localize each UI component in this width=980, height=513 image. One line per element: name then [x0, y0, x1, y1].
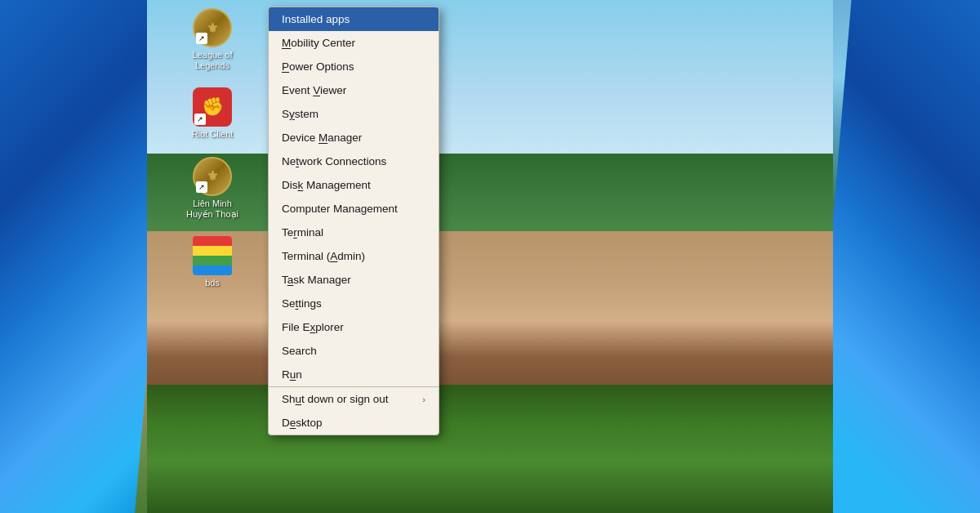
menu-item-event-viewer[interactable]: Event Viewer [269, 78, 439, 102]
menu-item-label-device-manager: Device Manager [282, 132, 362, 144]
menu-item-mobility-center[interactable]: Mobility Center [269, 31, 439, 55]
lol-shortcut-arrow: ↗ [196, 33, 207, 44]
bds-stripe-red [193, 236, 232, 246]
menu-item-disk-management[interactable]: Disk Management [269, 173, 439, 197]
desktop-icon-lien-minh[interactable]: ⚜ ↗ Liên MinhHuyền Thoại [184, 157, 241, 220]
league-of-legends-icon-img: ⚜ ↗ [193, 8, 232, 47]
desktop: ⚜ ↗ League ofLegends ✊ ↗ Riot Client ⚜ ↗… [0, 0, 980, 513]
menu-item-label-desktop: Desktop [282, 417, 323, 429]
lol-icon-text: ⚜ [207, 20, 218, 36]
menu-item-terminal[interactable]: Terminal [269, 221, 439, 244]
bds-icon-img [193, 236, 232, 275]
bds-stripe-blue [193, 265, 232, 275]
menu-item-label-power-options: Power Options [282, 60, 354, 73]
menu-item-label-mobility-center: Mobility Center [282, 37, 355, 49]
menu-item-label-system: System [282, 108, 318, 120]
lien-minh-icon-img: ⚜ ↗ [193, 157, 232, 196]
menu-item-settings[interactable]: Settings [269, 292, 439, 315]
desktop-icons-container: ⚜ ↗ League ofLegends ✊ ↗ Riot Client ⚜ ↗… [184, 8, 241, 288]
menu-item-run[interactable]: Run [269, 363, 439, 386]
menu-item-device-manager[interactable]: Device Manager [269, 126, 439, 149]
context-menu: Installed appsMobility CenterPower Optio… [268, 7, 439, 435]
menu-item-label-event-viewer: Event Viewer [282, 84, 346, 96]
menu-item-label-computer-management: Computer Management [282, 203, 398, 215]
menu-item-power-options[interactable]: Power Options [269, 55, 439, 78]
menu-item-chevron-shut-down: › [422, 395, 425, 404]
desktop-background [0, 0, 980, 513]
desktop-icon-riot-client[interactable]: ✊ ↗ Riot Client [184, 87, 241, 140]
desktop-icon-league-of-legends[interactable]: ⚜ ↗ League ofLegends [184, 8, 241, 71]
menu-item-system[interactable]: System [269, 102, 439, 126]
bg-forest [147, 385, 833, 513]
menu-item-label-task-manager: Task Manager [282, 274, 351, 286]
league-of-legends-label: League ofLegends [193, 50, 233, 71]
bg-rocks [147, 231, 833, 411]
bds-label: bds [205, 278, 220, 288]
menu-item-label-run: Run [282, 368, 302, 381]
menu-item-terminal-admin[interactable]: Terminal (Admin) [269, 244, 439, 268]
menu-item-label-installed-apps: Installed apps [282, 13, 350, 25]
menu-item-shut-down[interactable]: Shut down or sign out› [269, 386, 439, 411]
menu-item-label-disk-management: Disk Management [282, 179, 371, 191]
bds-color-stripes [193, 236, 232, 275]
lienminh-shortcut-arrow: ↗ [196, 181, 207, 193]
menu-item-computer-management[interactable]: Computer Management [269, 197, 439, 221]
bds-stripe-green [193, 256, 232, 265]
menu-item-network-connections[interactable]: Network Connections [269, 149, 439, 173]
menu-item-task-manager[interactable]: Task Manager [269, 268, 439, 292]
menu-item-label-file-explorer: File Explorer [282, 321, 344, 333]
bds-stripe-yellow [193, 246, 232, 256]
desktop-icon-bds[interactable]: bds [184, 236, 241, 288]
riot-client-icon-img: ✊ ↗ [193, 87, 232, 127]
menu-item-label-terminal: Terminal [282, 226, 323, 239]
riot-shortcut-arrow: ↗ [194, 114, 206, 125]
menu-item-desktop[interactable]: Desktop [269, 411, 439, 435]
bg-right-swoosh [808, 0, 980, 513]
menu-item-label-shut-down: Shut down or sign out [282, 393, 389, 405]
menu-item-file-explorer[interactable]: File Explorer [269, 315, 439, 339]
menu-item-label-network-connections: Network Connections [282, 155, 386, 167]
menu-item-label-settings: Settings [282, 297, 322, 310]
menu-item-installed-apps[interactable]: Installed apps [269, 7, 439, 31]
menu-item-label-terminal-admin: Terminal (Admin) [282, 250, 365, 262]
lienminh-icon-text: ⚜ [207, 168, 218, 184]
menu-item-label-search: Search [282, 345, 317, 357]
riot-client-label: Riot Client [192, 129, 234, 140]
lien-minh-label: Liên MinhHuyền Thoại [186, 199, 238, 220]
menu-item-search[interactable]: Search [269, 339, 439, 363]
